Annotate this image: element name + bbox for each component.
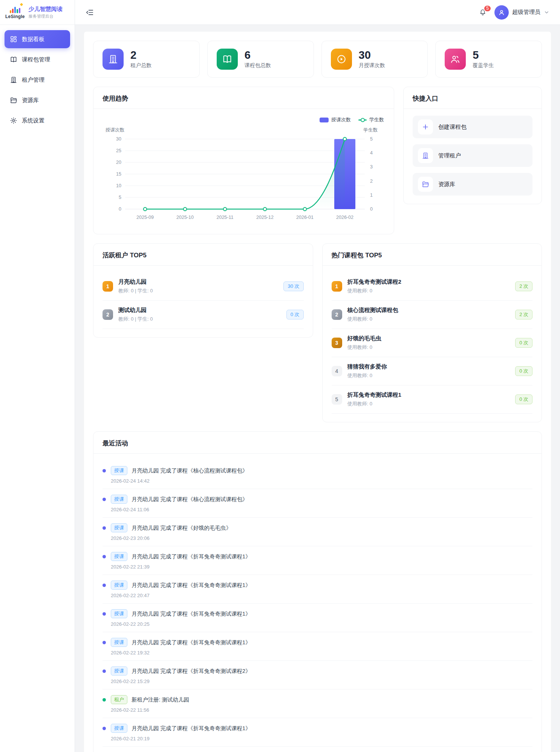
sidebar-item-icon xyxy=(10,35,17,43)
activity-time: 2026-02-22 11:56 xyxy=(111,707,532,713)
quick-entry-icon xyxy=(418,148,433,163)
sidebar-item-label: 资源库 xyxy=(22,97,39,104)
stat-label: 课程包总数 xyxy=(245,62,271,69)
user-menu[interactable]: 超级管理员 xyxy=(494,5,549,20)
activity-dot xyxy=(103,612,106,616)
recent-activity-card: 最近活动 授课 月亮幼儿园 完成了课程《核心流程测试课程包》 2026-02-2… xyxy=(93,431,542,752)
package-row: 4 猜猜我有多爱你 使用教师: 0 0 次 xyxy=(332,357,533,385)
activity-dot xyxy=(103,641,106,644)
activity-text: 月亮幼儿园 完成了课程《折耳兔奇奇测试课程1》 xyxy=(132,725,251,732)
activity-row: 授课 月亮幼儿园 完成了课程《折耳兔奇奇测试课程1》 2026-02-22 20… xyxy=(103,604,532,632)
sidebar-item[interactable]: 资源库 xyxy=(5,91,70,109)
header: 5 超级管理员 xyxy=(75,0,560,25)
svg-text:2025-10: 2025-10 xyxy=(176,215,194,220)
quick-entry-button[interactable]: 资源库 xyxy=(413,173,532,196)
quick-entry-label: 资源库 xyxy=(438,181,455,188)
svg-text:25: 25 xyxy=(116,148,121,153)
activity-row: 租户 新租户注册: 测试幼儿园 2026-02-22 11:56 xyxy=(103,689,532,718)
sidebar-item[interactable]: 系统设置 xyxy=(5,112,70,130)
fold-sidebar-icon[interactable] xyxy=(86,8,94,17)
activity-text: 新租户注册: 测试幼儿园 xyxy=(132,696,189,703)
activity-dot xyxy=(103,727,106,730)
activity-row: 授课 月亮幼儿园 完成了课程《折耳兔奇奇测试课程1》 2026-02-21 20… xyxy=(103,718,532,747)
trend-chart: 051015202530012345授课次数学生数2025-092025-102… xyxy=(103,124,385,226)
quick-entry-label: 管理租户 xyxy=(438,152,461,159)
brand-name: LeSingle xyxy=(5,14,25,19)
sidebar-item[interactable]: 租户管理 xyxy=(5,71,70,89)
sidebar: LeSingle 少儿智慧阅读 服务管理后台 数据看板 课程包管理 租户管理 xyxy=(0,0,75,752)
package-meta: 使用教师: 0 xyxy=(347,344,510,351)
activity-time: 2026-02-22 21:39 xyxy=(111,564,532,570)
activity-type-badge: 授课 xyxy=(111,495,127,504)
rank-badge: 1 xyxy=(332,281,342,292)
brand-title: 少儿智慧阅读 xyxy=(29,6,63,13)
svg-text:4: 4 xyxy=(370,150,373,156)
activity-text: 月亮幼儿园 完成了课程《折耳兔奇奇测试课程1》 xyxy=(132,610,251,617)
sidebar-item-icon xyxy=(10,117,17,124)
brand: LeSingle 少儿智慧阅读 服务管理后台 xyxy=(0,0,75,25)
quick-entry-label: 创建课程包 xyxy=(438,124,467,131)
svg-text:0: 0 xyxy=(370,206,373,212)
activity-dot xyxy=(103,669,106,673)
svg-text:20: 20 xyxy=(116,160,121,165)
activity-row: 授课 月亮幼儿园 完成了课程《核心流程测试课程包》 2026-02-24 11:… xyxy=(103,489,532,518)
activity-type-badge: 授课 xyxy=(111,552,127,561)
tenant-name: 月亮幼儿园 xyxy=(118,278,278,286)
package-name: 好饿的毛毛虫 xyxy=(347,335,510,342)
usage-count-badge: 0 次 xyxy=(515,366,532,376)
legend-item[interactable]: 学生数 xyxy=(358,116,384,123)
stat-value: 2 xyxy=(130,49,151,61)
sidebar-item-icon xyxy=(10,76,17,84)
trend-card-title: 使用趋势 xyxy=(93,87,394,109)
package-name: 核心流程测试课程包 xyxy=(347,307,510,314)
usage-count-badge: 2 次 xyxy=(515,310,532,319)
activity-time: 2026-02-23 20:06 xyxy=(111,535,532,541)
trend-card: 使用趋势 授课次数 学生数 xyxy=(93,87,394,234)
legend-item[interactable]: 授课次数 xyxy=(320,116,351,123)
svg-text:2025-09: 2025-09 xyxy=(136,215,154,220)
brand-subtitle: 服务管理后台 xyxy=(29,14,63,19)
sidebar-item[interactable]: 数据看板 xyxy=(5,30,70,48)
activity-time: 2026-02-21 20:19 xyxy=(111,736,532,741)
usage-count-badge: 0 次 xyxy=(515,394,532,404)
rank-badge: 2 xyxy=(103,309,113,320)
notification-bell[interactable]: 5 xyxy=(479,8,488,17)
rank-badge: 2 xyxy=(332,309,342,320)
svg-text:2025-11: 2025-11 xyxy=(217,215,234,220)
activity-type-badge: 授课 xyxy=(111,466,127,475)
dashboard-panel: 2 租户总数 6 课程包总数 30 xyxy=(84,32,551,752)
package-meta: 使用教师: 0 xyxy=(347,372,510,379)
hot-packages-title: 热门课程包 TOP5 xyxy=(323,244,542,266)
package-meta: 使用教师: 0 xyxy=(347,316,510,323)
sidebar-item[interactable]: 课程包管理 xyxy=(5,50,70,69)
sidebar-item-label: 系统设置 xyxy=(22,117,44,124)
stat-card: 6 课程包总数 xyxy=(207,41,314,78)
quick-entry-button[interactable]: 管理租户 xyxy=(413,144,532,167)
tenant-meta: 教师: 0 | 学生: 0 xyxy=(118,287,278,294)
package-name: 猜猜我有多爱你 xyxy=(347,363,510,370)
active-tenants-card: 活跃租户 TOP5 1 月亮幼儿园 教师: 0 | 学生: 0 30 次 xyxy=(93,243,313,338)
svg-text:学生数: 学生数 xyxy=(364,127,378,133)
svg-text:5: 5 xyxy=(119,195,121,200)
activity-dot xyxy=(103,584,106,587)
stat-value: 5 xyxy=(473,49,494,61)
activity-row: 授课 月亮幼儿园 完成了课程《折耳兔奇奇测试课程1》 2026-02-22 19… xyxy=(103,632,532,661)
activity-row: 授课 月亮幼儿园 完成了课程《折耳兔奇奇测试课程1》 2026-02-22 20… xyxy=(103,575,532,604)
activity-dot xyxy=(103,469,106,472)
activity-time: 2026-02-22 20:25 xyxy=(111,621,532,627)
stats-row: 2 租户总数 6 课程包总数 30 xyxy=(93,41,542,78)
user-name: 超级管理员 xyxy=(512,9,540,16)
quick-entry-button[interactable]: 创建课程包 xyxy=(413,116,532,138)
stat-icon xyxy=(103,49,124,70)
quick-entry-icon xyxy=(418,177,433,192)
sidebar-item-icon xyxy=(10,56,17,63)
sidebar-item-icon xyxy=(10,96,17,104)
chart-legend: 授课次数 学生数 xyxy=(103,116,384,123)
svg-text:2026-01: 2026-01 xyxy=(296,215,314,220)
activity-dot xyxy=(103,498,106,501)
activity-time: 2026-02-24 14:42 xyxy=(111,478,532,484)
activity-text: 月亮幼儿园 完成了课程《折耳兔奇奇测试课程1》 xyxy=(132,639,251,646)
activity-time: 2026-02-22 15:29 xyxy=(111,679,532,684)
svg-text:10: 10 xyxy=(116,183,121,188)
activity-type-badge: 租户 xyxy=(111,695,127,704)
